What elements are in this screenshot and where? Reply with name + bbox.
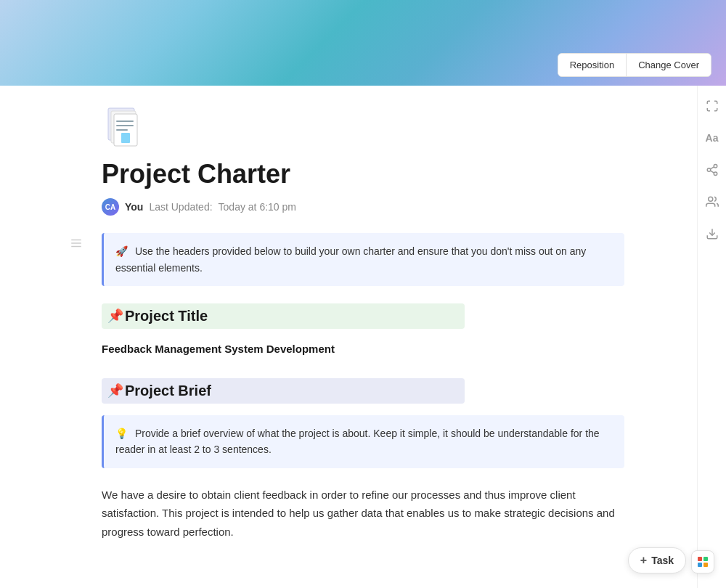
- svg-line-13: [710, 171, 714, 173]
- pin-icon-1: 📌: [107, 308, 123, 324]
- svg-rect-18: [703, 557, 708, 561]
- svg-rect-9: [121, 133, 130, 143]
- project-brief-header: 📌 Project Brief: [102, 378, 465, 404]
- svg-line-14: [710, 167, 714, 169]
- cover-action-buttons: Reposition Change Cover: [558, 53, 711, 77]
- svg-point-12: [714, 172, 717, 176]
- project-title-heading: Project Title: [125, 308, 208, 324]
- task-label: Task: [651, 555, 674, 566]
- author-name: You: [125, 201, 143, 213]
- svg-point-10: [714, 165, 717, 168]
- cover-image: Reposition Change Cover: [0, 0, 726, 86]
- brief-callout: 💡 Provide a brief overview of what the p…: [102, 415, 624, 468]
- main-content: Project Charter CA You Last Updated: Tod…: [0, 86, 726, 588]
- right-sidebar: Aa: [697, 86, 726, 588]
- project-brief-heading: Project Brief: [125, 383, 211, 399]
- document-area: Project Charter CA You Last Updated: Tod…: [0, 86, 726, 588]
- intro-callout-text: Use the headers provided below to build …: [115, 245, 586, 273]
- svg-point-11: [707, 168, 711, 172]
- svg-rect-17: [698, 557, 702, 561]
- rocket-icon: 🚀: [115, 245, 128, 257]
- pin-icon-2: 📌: [107, 383, 123, 399]
- project-title-value: Feedback Management System Development: [102, 340, 624, 358]
- font-icon[interactable]: Aa: [703, 129, 721, 147]
- last-updated-value: Today at 6:10 pm: [219, 201, 296, 213]
- avatar: CA: [102, 198, 119, 216]
- page-title[interactable]: Project Charter: [102, 158, 624, 189]
- share-icon[interactable]: [703, 161, 721, 179]
- svg-point-15: [708, 197, 712, 201]
- plus-icon: +: [640, 554, 647, 567]
- project-title-header: 📌 Project Title: [102, 303, 465, 329]
- task-fab[interactable]: + Task: [628, 547, 686, 573]
- download-icon[interactable]: [703, 225, 721, 242]
- reposition-button[interactable]: Reposition: [558, 54, 627, 76]
- svg-rect-19: [698, 563, 702, 567]
- project-brief-section: 📌 Project Brief 💡 Provide a brief overvi…: [102, 378, 624, 541]
- list-view-icon[interactable]: [70, 237, 83, 253]
- lightbulb-icon: 💡: [115, 428, 128, 439]
- grid-icon-button[interactable]: [691, 550, 714, 573]
- project-brief-body: We have a desire to obtain client feedba…: [102, 486, 624, 542]
- brief-callout-text: Provide a brief overview of what the pro…: [115, 428, 600, 455]
- expand-icon[interactable]: [703, 97, 721, 115]
- project-title-section: 📌 Project Title Feedback Management Syst…: [102, 303, 624, 358]
- change-cover-button[interactable]: Change Cover: [627, 54, 711, 76]
- people-icon[interactable]: [703, 193, 721, 211]
- author-row: CA You Last Updated: Today at 6:10 pm: [102, 198, 624, 216]
- page-icon: [102, 103, 148, 150]
- svg-rect-20: [703, 563, 708, 567]
- last-updated-label: Last Updated:: [149, 201, 212, 213]
- intro-callout: 🚀 Use the headers provided below to buil…: [102, 233, 624, 286]
